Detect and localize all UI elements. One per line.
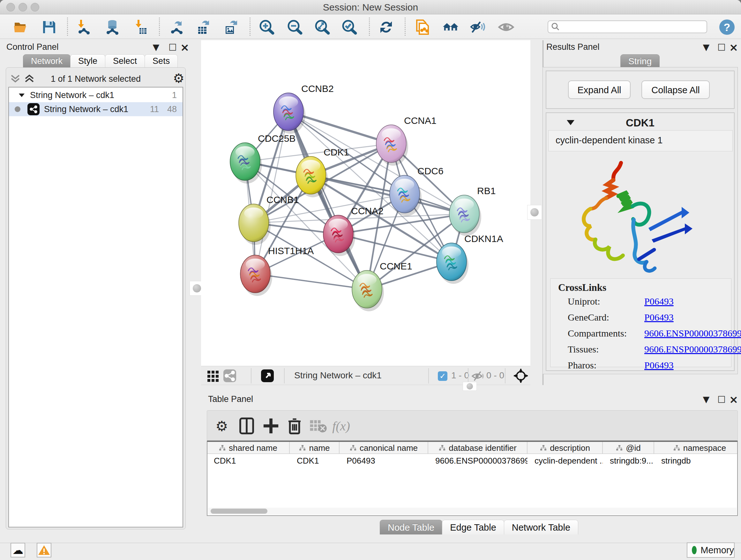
open-session-button[interactable] [13,19,29,36]
birdseye-toggle-icon[interactable] [260,369,274,383]
network-collection-row[interactable]: String Network – cdk1 1 [9,88,183,102]
export-network-button[interactable] [169,19,185,36]
collapse-all-button[interactable]: Collapse All [642,80,710,99]
crosslink-link[interactable]: 9606.ENSP00000378699 [644,328,741,339]
table-horizontal-scrollbar[interactable] [208,508,737,515]
control-panel-close-icon[interactable]: × [179,41,190,54]
column-header[interactable]: database identifier [429,442,528,454]
network-node-count: 11 [150,105,159,114]
control-panel-float-icon[interactable]: □ [167,42,178,51]
network-node[interactable] [296,157,328,197]
toolbar-separator [250,17,251,36]
network-row-selected[interactable]: String Network – cdk1 11 48 [9,102,183,116]
selected-checkbox-icon[interactable]: ✓ [438,371,448,381]
table-panel-float-icon[interactable]: □ [716,394,727,403]
node-label: CDKN1A [464,233,503,244]
right-splitter-handle[interactable] [527,205,542,220]
import-network-file-button[interactable] [75,19,92,36]
tab-select[interactable]: Select [105,54,145,67]
results-panel-menu-icon[interactable]: ▼ [701,42,712,52]
table-cell[interactable]: CDK1 [207,455,290,467]
import-table-file-button[interactable] [132,19,149,36]
network-canvas[interactable]: CCNB2CCNA1CDC25BCDK1CDC6RB1CCNB1CCNA2CDK… [201,40,530,366]
column-header[interactable]: description [528,442,603,454]
column-header[interactable]: name [290,442,340,454]
network-node[interactable] [449,195,481,236]
refresh-button[interactable] [378,19,394,36]
crosslink-link[interactable]: 9606.ENSP00000378699 [644,344,741,355]
export-image-button[interactable] [223,19,239,36]
control-panel-tabs: Network Style Select Sets [23,54,178,67]
table-cell[interactable]: stringdb:9... [603,455,654,467]
table-cell[interactable]: cyclin-dependent ... [528,455,603,467]
zoom-in-button[interactable] [259,19,275,36]
network-node[interactable] [240,255,272,296]
help-button[interactable]: ? [719,19,735,36]
gene-card: CDK1 cyclin-dependent kinase 1 [546,112,735,371]
results-panel-close-icon[interactable]: × [728,41,739,54]
column-header[interactable]: @id [603,442,654,454]
crosslinks-box: CrossLinks Uniprot: P06493 GeneCard: P06… [550,278,731,367]
control-panel-menu-icon[interactable]: ▼ [151,42,161,52]
memory-button[interactable]: Memory [687,543,735,558]
zoom-selected-button[interactable] [341,19,358,36]
collection-expander-icon[interactable] [18,91,25,99]
show-columns-icon[interactable] [238,417,256,435]
horizontal-splitter-handle[interactable] [463,382,477,391]
column-header[interactable]: shared name [207,442,290,454]
tab-network-table[interactable]: Network Table [504,520,578,535]
string-home-button[interactable] [442,19,459,36]
network-node[interactable] [436,243,468,284]
table-cell[interactable]: stringdb [655,455,738,467]
string-export-document-button[interactable] [414,19,431,36]
zoom-fit-button[interactable] [314,19,331,36]
tab-style[interactable]: Style [70,54,105,67]
tab-sets[interactable]: Sets [145,54,178,67]
node-label: CCNE1 [380,261,412,271]
network-node[interactable] [323,215,355,256]
grid-view-icon[interactable] [207,369,219,382]
import-network-database-button[interactable] [104,19,121,36]
tab-network[interactable]: Network [23,54,71,67]
search-input[interactable] [563,21,706,32]
table-panel-close-icon[interactable]: × [728,393,739,406]
network-node[interactable] [390,175,421,216]
tab-node-table[interactable]: Node Table [380,520,442,535]
warnings-button[interactable] [37,543,51,557]
gene-description: cyclin-dependent kinase 1 [548,130,733,151]
expand-all-button[interactable]: Expand All [568,80,630,99]
crosslink-link[interactable]: P06493 [644,312,674,323]
export-table-button[interactable] [195,19,212,36]
network-node[interactable] [273,93,306,134]
crosshair-icon[interactable] [513,368,529,383]
node-table[interactable]: shared name name canonical name database… [207,441,738,516]
delete-table-icon[interactable] [309,417,327,435]
delete-column-trash-icon[interactable] [286,417,304,435]
table-cell[interactable]: CDK1 [290,455,340,467]
tab-edge-table[interactable]: Edge Table [442,520,504,535]
scrollbar-thumb[interactable] [211,509,267,514]
tab-string[interactable]: String [620,54,660,67]
network-node[interactable] [239,204,271,245]
zoom-out-button[interactable] [286,19,303,36]
table-settings-gear-icon[interactable]: ⚙ [213,417,231,435]
network-node[interactable] [352,270,384,311]
results-panel-float-icon[interactable]: □ [716,42,727,51]
column-header[interactable]: canonical name [340,442,428,454]
string-eye-disabled-button[interactable] [498,19,515,36]
crosslink-link[interactable]: P06493 [644,296,674,307]
save-session-button[interactable] [41,19,57,36]
network-node[interactable] [230,143,262,184]
collapse-expand-controls[interactable] [10,73,36,85]
add-column-icon[interactable] [262,417,280,435]
share-view-icon[interactable] [223,369,237,383]
table-cell[interactable]: 9606.ENSP00000378699 [429,455,528,467]
crosslink-link[interactable]: P06493 [644,360,674,371]
table-cell[interactable]: P06493 [340,455,428,467]
string-hide-button[interactable] [470,19,486,36]
cloud-status-button[interactable]: ☁ [10,543,25,557]
function-builder-button[interactable]: f(x) [332,417,350,435]
table-panel-menu-icon[interactable]: ▼ [701,394,712,404]
network-options-gear-icon[interactable]: ⚙ [173,71,185,85]
column-header[interactable]: namespace [655,442,738,454]
